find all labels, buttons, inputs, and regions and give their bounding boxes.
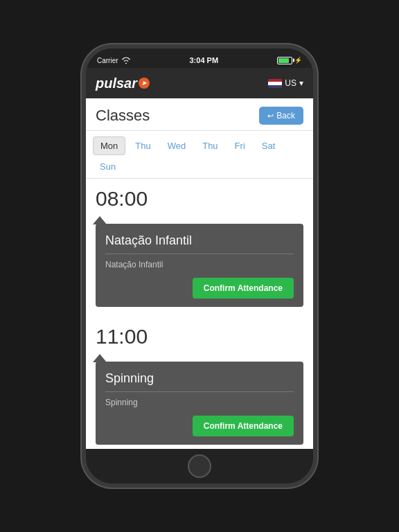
chevron-down-icon: ▾ (299, 78, 303, 88)
app-logo: pulsar (96, 76, 150, 91)
day-tab-thu[interactable]: Thu (128, 136, 157, 155)
day-tab-mon[interactable]: Mon (93, 136, 125, 155)
time-section-1: 11:00 (86, 317, 313, 354)
wifi-icon (121, 57, 131, 64)
main-screen: Classes ↩ Back MonThuWedThuFriSatSun 08:… (86, 98, 313, 449)
confirm-attendance-button[interactable]: Confirm Attendance (193, 416, 294, 436)
locale-label: US (285, 78, 296, 88)
phone-frame: Carrier 3:04 PM ⚡ pulsar US ▾ (82, 44, 317, 488)
day-tab-sat[interactable]: Sat (255, 136, 283, 155)
back-button[interactable]: ↩ Back (259, 107, 303, 125)
day-tab-sun[interactable]: Sun (93, 158, 123, 175)
day-tab-wed[interactable]: Wed (161, 136, 193, 155)
class-card-0-0: Natação InfantilNatação InfantilConfirm … (96, 224, 303, 307)
bolt-icon: ⚡ (294, 57, 302, 64)
class-subtitle: Spinning (105, 398, 294, 407)
class-card-1-0: SpinningSpinningConfirm Attendance (96, 362, 303, 445)
app-bar: pulsar US ▾ (86, 68, 313, 98)
phone-bottom (86, 449, 313, 484)
carrier-info: Carrier (97, 57, 131, 64)
class-title: Natação Infantil (105, 233, 294, 254)
logo-icon (139, 78, 150, 89)
home-button[interactable] (188, 454, 211, 478)
status-time: 3:04 PM (189, 56, 218, 64)
battery-fill (278, 58, 289, 63)
class-title: Spinning (105, 371, 294, 392)
time-section-0: 08:00 (86, 179, 313, 216)
status-bar: Carrier 3:04 PM ⚡ (86, 48, 313, 68)
day-tab-fri[interactable]: Fri (228, 136, 252, 155)
day-tab-thu[interactable]: Thu (195, 136, 224, 155)
locale-selector[interactable]: US ▾ (268, 78, 303, 88)
back-label: Back (276, 111, 295, 121)
battery-icon (277, 57, 292, 64)
day-tabs: MonThuWedThuFriSatSun (86, 131, 313, 179)
time-label-1: 11:00 (96, 325, 303, 348)
page-title: Classes (96, 107, 150, 125)
battery-indicator: ⚡ (277, 57, 302, 64)
back-arrow-icon: ↩ (267, 112, 274, 121)
carrier-label: Carrier (97, 57, 118, 64)
confirm-attendance-button[interactable]: Confirm Attendance (193, 278, 294, 299)
time-label-0: 08:00 (96, 187, 303, 211)
page-header: Classes ↩ Back (86, 98, 313, 131)
logo-text: pulsar (96, 76, 137, 91)
flag-icon (268, 79, 282, 88)
class-subtitle: Natação Infantil (105, 260, 294, 269)
